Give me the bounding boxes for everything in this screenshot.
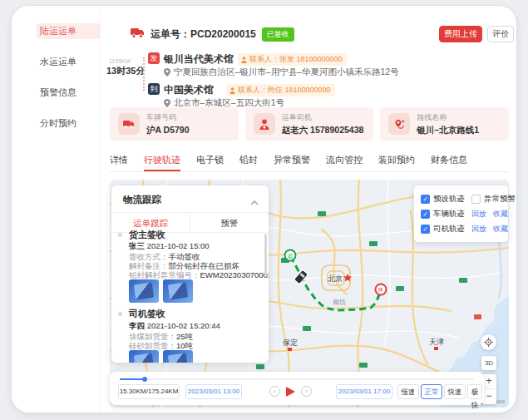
playback-slider[interactable] [120, 378, 474, 380]
info-cards: 车牌号码 沪A D5790 运单司机 赵老六 15789025438 路线名称 … [110, 107, 509, 141]
event-title: 货主签收 [129, 229, 165, 241]
speed-fast-button[interactable]: 快速 [444, 384, 466, 399]
sidebar-item-water-waybill[interactable]: 水运运单 [37, 54, 101, 70]
attachment-thumbnail[interactable] [163, 279, 193, 303]
map-label-langfang: 廊坊 [333, 299, 346, 306]
playback-controls: ‹ › [269, 386, 312, 397]
speed-normal-button[interactable]: 正常 [421, 384, 442, 399]
route-label: 路线名称 [417, 112, 479, 123]
location-pin-icon [164, 99, 170, 107]
map-label-beijing: 北京 [328, 274, 343, 283]
logistics-tracking-panel: 物流跟踪 运单跟踪 预警 货主签收 张三 2021-10-02 15:00 签收… [111, 185, 269, 363]
legend-label: 车辆轨迹 [433, 209, 465, 220]
evaluate-button[interactable]: 评价 [487, 26, 514, 42]
step-forward-icon[interactable]: › [301, 386, 312, 397]
driver-card: 运单司机 赵老六 15789025438 [245, 107, 374, 141]
truck-icon [118, 113, 140, 135]
attachment-thumbnail[interactable] [129, 279, 159, 303]
order-number: 运单号：PCD20200015 [151, 27, 256, 42]
map-label-tianjin: 天津 [429, 338, 444, 346]
legend-label: 预设轨迹 [433, 194, 465, 205]
replay-link[interactable]: 回放 [471, 224, 486, 235]
slider-knob[interactable] [142, 377, 147, 382]
event-person-time: 李四 2021-10-02 15:20:44 [129, 321, 220, 332]
legend-label: 司机轨迹 [433, 224, 465, 235]
route-icon [388, 113, 410, 135]
map-3d-button[interactable]: 3D [481, 356, 496, 370]
destination-contact-tag: 联系人：尚任 18100000000 [226, 84, 335, 96]
distance-readout: 15.30KM/175.24KM [118, 384, 180, 399]
person-icon [241, 57, 247, 63]
tab-loading-reservation[interactable]: 装卸预约 [378, 154, 415, 171]
tracking-panel-title: 物流跟踪 [123, 194, 161, 206]
end-time-input[interactable]: 2023/03/01 17:00 [336, 384, 392, 399]
origin-marker-icon: 发 [148, 52, 160, 64]
plate-card: 车牌号码 沪A D5790 [110, 107, 239, 141]
route-value: 银川–北京路线1 [417, 125, 479, 136]
speed-fastest-button[interactable]: 极快 [467, 384, 482, 399]
play-icon[interactable] [286, 387, 295, 397]
checkbox-driver-track[interactable]: ✓ [421, 225, 430, 234]
tab-alerts[interactable]: 预警 [190, 213, 269, 232]
start-time-input[interactable]: 2023/03/01 13:00 [185, 384, 242, 399]
checkbox-preset-track[interactable]: ✓ [421, 195, 430, 204]
sidebar-item-time-reservation[interactable]: 分时预约 [37, 116, 101, 131]
sidebar-item-alert-info[interactable]: 预警信息 [37, 85, 101, 101]
route-start-marker: 起 [285, 250, 296, 261]
svg-text:终: 终 [378, 287, 384, 293]
person-icon [229, 87, 235, 94]
app-window: 陆运运单 水运运单 预警信息 分时预约 运单号：PCD20200015 已签收 … [11, 5, 517, 413]
event-title: 司机签收 [129, 308, 165, 320]
legend-label: 异常预警 [484, 194, 516, 205]
tab-flow-control[interactable]: 流向管控 [326, 154, 363, 171]
replay-link[interactable]: 回放 [471, 209, 486, 220]
destination-marker-icon: 到 [148, 83, 160, 95]
tab-e-lock[interactable]: 电子锁 [196, 154, 224, 171]
tab-finance-info[interactable]: 财务信息 [431, 154, 467, 171]
checkbox-vehicle-track[interactable]: ✓ [421, 210, 430, 219]
order-header: 运单号：PCD20200015 已签收 [131, 27, 294, 42]
driver-label: 运单司机 [282, 112, 364, 123]
fee-upload-button[interactable]: 费用上传 [439, 26, 482, 42]
speed-slow-button[interactable]: 慢速 [397, 384, 419, 399]
event-person-time: 张三 2021-10-02 15:00 [129, 241, 210, 252]
driver-value: 赵老六 15789025438 [282, 125, 364, 136]
sidebar: 陆运运单 水运运单 预警信息 分时预约 [12, 6, 101, 413]
route-distance: 1195KM [109, 58, 131, 64]
playback-bar: 15.30KM/175.24KM 2023/03/01 13:00 ‹ › 20… [110, 372, 484, 405]
status-badge: 已签收 [262, 27, 294, 42]
plate-value: 沪A D5790 [146, 125, 190, 136]
timeline-dot [118, 233, 122, 237]
checkbox-abnormal-alert[interactable] [471, 195, 481, 204]
tab-abnormal-alert[interactable]: 异常预警 [274, 154, 310, 171]
location-pin-icon [164, 68, 170, 77]
panel-scrollbar[interactable] [264, 234, 267, 275]
locate-icon[interactable] [481, 334, 496, 350]
route-connector [143, 57, 145, 91]
origin-address: 宁夏回族自治区–银川市–用宁县–华夏河图小镇禾乐路12号 [164, 67, 399, 78]
origin-contact-tag: 联系人：张发 18100000000 [238, 53, 347, 66]
driver-icon [254, 113, 275, 135]
attachment-thumbnail[interactable] [129, 350, 159, 363]
step-back-icon[interactable]: ‹ [269, 386, 280, 397]
truck-icon [131, 27, 145, 42]
sidebar-item-land-waybill[interactable]: 陆运运单 [37, 23, 101, 39]
detail-tabs: 详情 行驶轨迹 电子锁 铅封 异常预警 流向管控 装卸预约 财务信息 [110, 154, 509, 172]
timeline-dot [118, 312, 122, 316]
tab-driving-track[interactable]: 行驶轨迹 [144, 154, 180, 171]
track-legend-panel: ✓ 预设轨迹 异常预警 ✓ 车辆轨迹 回放 收藏 ✓ 司机轨迹 回放 收藏 [414, 185, 508, 242]
attachment-thumbnail[interactable] [163, 350, 193, 363]
route-end-marker: 终 [376, 284, 387, 295]
tab-details[interactable]: 详情 [110, 154, 128, 171]
plate-label: 车牌号码 [146, 112, 190, 123]
favorite-link[interactable]: 收藏 [493, 209, 508, 220]
destination-name: 中国美术馆 [164, 83, 214, 97]
route-duration: 13时35分 [106, 65, 145, 77]
route-card: 路线名称 银川–北京路线1 [380, 107, 509, 141]
map-label-baoding: 保定 [282, 338, 298, 347]
tab-seal[interactable]: 铅封 [239, 154, 258, 171]
svg-text:起: 起 [288, 253, 294, 259]
origin-name: 银川当代美术馆 [164, 52, 234, 67]
chevron-up-icon[interactable] [250, 194, 259, 209]
favorite-link[interactable]: 收藏 [493, 224, 508, 235]
